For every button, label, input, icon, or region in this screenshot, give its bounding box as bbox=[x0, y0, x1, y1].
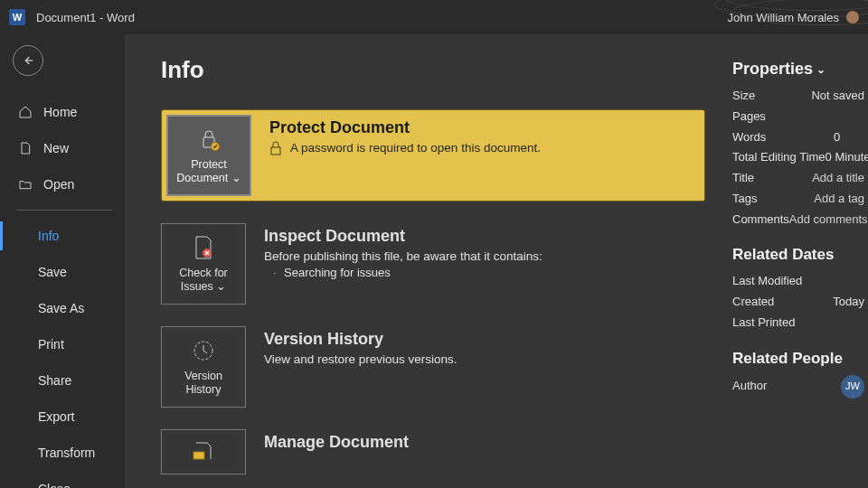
prop-row-words: Words0 bbox=[732, 127, 864, 148]
prop-key: Last Modified bbox=[732, 271, 834, 292]
back-button[interactable] bbox=[13, 45, 43, 76]
sidebar-item-transform[interactable]: Transform bbox=[0, 435, 125, 471]
prop-value[interactable]: Add a title bbox=[812, 168, 864, 189]
prop-value: Today bbox=[833, 292, 864, 313]
button-label: Protect Document bbox=[176, 158, 228, 184]
prop-row-last-modified: Last Modified bbox=[732, 271, 864, 292]
svg-rect-5 bbox=[193, 452, 204, 459]
user-avatar-icon bbox=[846, 11, 859, 23]
protect-desc: A password is required to open this docu… bbox=[290, 141, 541, 155]
new-doc-icon bbox=[18, 141, 33, 155]
sidebar-item-new[interactable]: New bbox=[0, 130, 125, 166]
arrow-left-icon bbox=[21, 53, 35, 68]
prop-row-editing-time: Total Editing Time0 Minutes bbox=[732, 147, 864, 168]
backstage-sidebar: Home New Open Info Save Save As Print Sh… bbox=[0, 34, 125, 488]
sidebar-label: Print bbox=[38, 337, 64, 352]
related-people-heading: Related People bbox=[732, 350, 864, 368]
sidebar-label: New bbox=[43, 141, 69, 155]
prop-row-size: SizeNot saved bbox=[732, 86, 864, 107]
sidebar-item-share[interactable]: Share bbox=[0, 362, 125, 399]
sidebar-item-save-as[interactable]: Save As bbox=[0, 290, 125, 326]
sidebar-label: Transform bbox=[38, 446, 95, 460]
author-avatar-icon[interactable]: JW bbox=[841, 375, 864, 399]
word-app-icon: W bbox=[9, 9, 25, 25]
prop-row-comments[interactable]: CommentsAdd comments bbox=[732, 210, 864, 230]
inspect-desc: Before publishing this file, be aware th… bbox=[264, 249, 542, 263]
prop-key: Tags bbox=[732, 189, 814, 210]
prop-row-title[interactable]: TitleAdd a title bbox=[732, 168, 864, 189]
manage-document-button[interactable] bbox=[161, 429, 246, 474]
sidebar-label: Save bbox=[38, 265, 67, 279]
sidebar-item-close[interactable]: Close bbox=[0, 471, 125, 488]
sidebar-label: Share bbox=[38, 373, 71, 388]
prop-key: Pages bbox=[732, 107, 834, 127]
user-area[interactable]: John William Morales bbox=[727, 11, 859, 24]
manage-heading: Manage Document bbox=[264, 433, 409, 452]
lock-icon bbox=[269, 141, 282, 155]
version-heading: Version History bbox=[264, 330, 458, 349]
manage-section: Manage Document bbox=[161, 429, 732, 474]
prop-key: Title bbox=[732, 168, 812, 189]
prop-value: 0 bbox=[834, 127, 840, 148]
prop-key: Created bbox=[732, 292, 833, 313]
version-history-button[interactable]: Version History bbox=[161, 326, 246, 408]
sidebar-item-open[interactable]: Open bbox=[0, 166, 125, 202]
sidebar-item-export[interactable]: Export bbox=[0, 399, 125, 435]
sidebar-item-info[interactable]: Info bbox=[0, 218, 125, 254]
protect-heading: Protect Document bbox=[269, 118, 541, 137]
protect-section: Protect Document ⌄ Protect Document A pa… bbox=[161, 109, 705, 202]
prop-key: Comments bbox=[732, 210, 789, 230]
prop-key: Size bbox=[732, 86, 811, 107]
properties-label: Properties bbox=[732, 60, 813, 79]
prop-key: Last Printed bbox=[732, 313, 834, 333]
prop-value: 0 Minutes bbox=[826, 147, 868, 168]
sidebar-label: Export bbox=[38, 409, 74, 424]
inspect-heading: Inspect Document bbox=[264, 227, 542, 246]
prop-key: Words bbox=[732, 127, 834, 148]
inspect-subitem: Searching for issues bbox=[264, 266, 542, 279]
lock-shield-icon bbox=[197, 126, 221, 153]
inspect-doc-icon bbox=[192, 234, 215, 261]
prop-row-last-printed: Last Printed bbox=[732, 313, 864, 333]
properties-heading[interactable]: Properties ⌄ bbox=[732, 60, 864, 79]
sidebar-item-save[interactable]: Save bbox=[0, 254, 125, 290]
prop-key: Author bbox=[732, 376, 834, 397]
prop-row-tags[interactable]: TagsAdd a tag bbox=[732, 189, 864, 210]
sidebar-label: Info bbox=[38, 229, 59, 243]
check-issues-button[interactable]: Check for Issues ⌄ bbox=[161, 223, 246, 305]
chevron-down-icon: ⌄ bbox=[231, 172, 241, 184]
version-desc: View and restore previous versions. bbox=[264, 352, 458, 366]
prop-row-created: CreatedToday bbox=[732, 292, 864, 313]
sidebar-label: Open bbox=[43, 177, 74, 192]
protect-document-button[interactable]: Protect Document ⌄ bbox=[166, 115, 251, 196]
page-title: Info bbox=[161, 56, 732, 84]
chevron-down-icon: ⌄ bbox=[216, 280, 226, 293]
folder-open-icon bbox=[18, 177, 33, 192]
sidebar-label: Save As bbox=[38, 301, 84, 315]
sidebar-item-print[interactable]: Print bbox=[0, 326, 125, 362]
sidebar-label: Close bbox=[38, 482, 71, 488]
user-name: John William Morales bbox=[727, 11, 839, 24]
manage-doc-icon bbox=[192, 437, 215, 465]
prop-value: Not saved bbox=[811, 86, 864, 107]
prop-row-pages: Pages bbox=[732, 107, 864, 127]
svg-rect-2 bbox=[271, 147, 280, 155]
prop-value[interactable]: Add a tag bbox=[814, 189, 864, 210]
button-label: Version History bbox=[165, 370, 241, 397]
sidebar-divider bbox=[16, 210, 112, 211]
inspect-section: Check for Issues ⌄ Inspect Document Befo… bbox=[161, 223, 732, 305]
chevron-down-icon: ⌄ bbox=[816, 63, 826, 76]
prop-key: Total Editing Time bbox=[732, 147, 826, 168]
home-icon bbox=[18, 105, 33, 119]
prop-value[interactable]: Add comments bbox=[789, 210, 868, 230]
history-icon bbox=[191, 337, 216, 364]
sidebar-item-home[interactable]: Home bbox=[0, 94, 125, 130]
title-bar: W Document1 - Word John William Morales bbox=[0, 0, 868, 34]
properties-panel: Properties ⌄ SizeNot saved Pages Words0 … bbox=[732, 56, 868, 488]
sidebar-label: Home bbox=[43, 105, 77, 119]
related-dates-heading: Related Dates bbox=[732, 246, 864, 264]
document-title: Document1 - Word bbox=[36, 11, 135, 24]
version-section: Version History Version History View and… bbox=[161, 326, 732, 408]
prop-row-author: Author JW bbox=[732, 375, 864, 399]
